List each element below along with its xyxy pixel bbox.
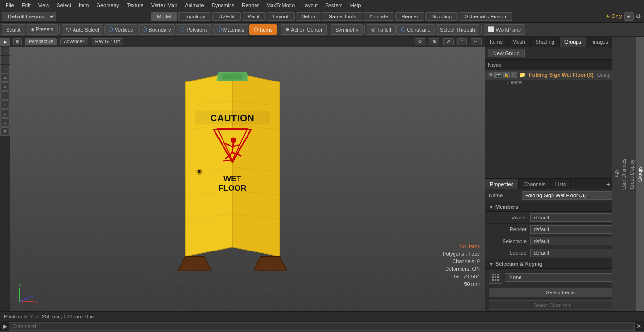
- layout-tab-paint[interactable]: Paint: [242, 12, 266, 21]
- left-tool-8[interactable]: C: [0, 109, 10, 118]
- vp-fit-btn[interactable]: □: [457, 38, 467, 45]
- layout-tab-model[interactable]: Model: [151, 12, 177, 21]
- group-icon[interactable]: ⊞: [511, 72, 517, 78]
- menu-vertex-map[interactable]: Vertex Map: [148, 0, 182, 10]
- layout-tab-animate[interactable]: Animate: [363, 12, 394, 21]
- command-expand-icon[interactable]: ▶: [3, 323, 7, 330]
- layout-tab-scripting[interactable]: Scripting: [425, 12, 458, 21]
- vtab-groups[interactable]: Groups: [636, 37, 644, 311]
- menu-file[interactable]: File: [2, 0, 18, 10]
- layout-tab-uvedit[interactable]: UVEdit: [212, 12, 240, 21]
- menu-texture[interactable]: Texture: [123, 0, 148, 10]
- sculpt-button[interactable]: Sculpt: [2, 24, 25, 35]
- layout-tab-layout[interactable]: Layout: [267, 12, 295, 21]
- auto-select-button[interactable]: 🛡 Auto Select: [62, 24, 103, 35]
- vp-advanced-btn[interactable]: Advanced: [60, 38, 88, 45]
- menu-geometry[interactable]: Geometry: [92, 0, 123, 10]
- menu-view[interactable]: View: [34, 0, 53, 10]
- menu-dynamics[interactable]: Dynamics: [208, 0, 238, 10]
- polygons-button[interactable]: ⬡ Polygons: [176, 24, 212, 35]
- props-tab-lists[interactable]: Lists: [551, 179, 571, 189]
- menu-layout[interactable]: Layout: [298, 0, 322, 10]
- vp-pan-btn[interactable]: ⊕: [429, 38, 439, 45]
- sel-keying-arrow-icon: ▼: [489, 261, 494, 267]
- vp-zoom-btn[interactable]: ⤢: [443, 38, 454, 45]
- boundary-button[interactable]: ⬡ Boundary: [138, 24, 175, 35]
- render-icon[interactable]: 📷: [495, 72, 502, 78]
- rp-tab-mesh[interactable]: Mesh ...: [508, 37, 531, 47]
- menu-maxtomodo[interactable]: MaxToModo: [263, 0, 298, 10]
- rp-tab-items[interactable]: Items: [485, 37, 508, 47]
- command-clear-icon[interactable]: ✕: [636, 323, 641, 330]
- locked-label: Locked: [489, 250, 527, 256]
- main-area: ▶ D D D M V E P C U F ⊞ Perspective Adva…: [0, 37, 644, 311]
- layout-tab-schematic[interactable]: Schematic Fusion: [459, 12, 512, 21]
- symmetry-button[interactable]: Symmetry: [331, 24, 363, 35]
- settings-icon[interactable]: ⚙: [636, 13, 641, 20]
- select-through-button[interactable]: Select Through: [436, 24, 479, 35]
- left-tool-9[interactable]: U: [0, 118, 10, 127]
- materials-button[interactable]: ⬡ Materials: [213, 24, 249, 35]
- vp-raygl-btn[interactable]: Ray GL: Off: [92, 38, 124, 45]
- visible-label: Visible: [489, 215, 527, 220]
- vtab-user-channels[interactable]: User Channels: [620, 37, 628, 311]
- props-tab-channels[interactable]: Channels: [519, 179, 550, 189]
- add-layout-button[interactable]: +: [624, 12, 634, 21]
- menu-edit[interactable]: Edit: [18, 0, 34, 10]
- left-tool-toggle[interactable]: ▶: [0, 38, 10, 46]
- new-group-button[interactable]: New Group: [488, 49, 525, 57]
- viewport[interactable]: ⊞ Perspective Advanced Ray GL: Off ⟳ ⊕ ⤢…: [10, 37, 485, 311]
- items-button[interactable]: ⬡ Items: [249, 24, 277, 35]
- visibility-icon[interactable]: 👁: [488, 72, 495, 78]
- props-tab-properties[interactable]: Properties: [485, 179, 519, 189]
- left-tool-10[interactable]: F: [0, 127, 10, 136]
- menu-animate[interactable]: Animate: [181, 0, 207, 10]
- vp-more-btn[interactable]: ⋯: [471, 38, 482, 45]
- vp-perspective-btn[interactable]: Perspective: [25, 38, 57, 45]
- menu-item[interactable]: Item: [75, 0, 92, 10]
- lock-icon[interactable]: 🔒: [503, 72, 510, 78]
- left-tool-2[interactable]: D: [0, 56, 10, 64]
- constraints-button[interactable]: ⬡ Constrai...: [396, 24, 435, 35]
- menu-help[interactable]: Help: [347, 0, 365, 10]
- svg-text:X: X: [35, 300, 38, 305]
- menu-system[interactable]: System: [322, 0, 347, 10]
- left-tool-3[interactable]: D: [0, 65, 10, 73]
- rp-tab-groups[interactable]: Groups: [560, 37, 586, 47]
- vtab-tags[interactable]: Tags: [612, 37, 620, 311]
- vp-orbit-btn[interactable]: ⟳: [415, 38, 425, 45]
- menu-select[interactable]: Select: [53, 0, 75, 10]
- svg-rect-53: [495, 279, 496, 281]
- action-center-button[interactable]: ⊕ Action Center: [281, 24, 327, 35]
- falloff-button[interactable]: ◎ Falloff: [367, 24, 396, 35]
- layout-tab-gametools[interactable]: Game Tools: [322, 12, 362, 21]
- star-only-button[interactable]: ★ Only: [605, 13, 622, 19]
- layout-tab-render[interactable]: Render: [395, 12, 424, 21]
- select-items-button[interactable]: Select Items: [489, 288, 632, 297]
- sel-keying-label: Selection & Keying: [495, 261, 543, 267]
- menu-render[interactable]: Render: [238, 0, 263, 10]
- svg-rect-49: [492, 276, 494, 278]
- menu-bar: File Edit View Select Item Geometry Text…: [0, 0, 644, 10]
- layout-dropdown[interactable]: Default Layouts: [2, 12, 56, 21]
- vertices-button[interactable]: ⬡ Vertices: [104, 24, 137, 35]
- layout-tab-topology[interactable]: Topology: [178, 12, 211, 21]
- layout-tab-setup[interactable]: Setup: [296, 12, 322, 21]
- workplane-button[interactable]: ⬜ WorkPlane: [484, 24, 526, 35]
- command-input[interactable]: [9, 322, 635, 331]
- svg-line-8: [58, 221, 105, 311]
- left-tool-7[interactable]: P: [0, 100, 10, 109]
- rp-tab-shading[interactable]: Shading: [531, 37, 560, 47]
- presets-button[interactable]: ⊞ Presets: [26, 24, 58, 35]
- viewport-canvas[interactable]: CAUTION: [10, 47, 485, 311]
- keying-grid-icon[interactable]: [489, 271, 502, 284]
- left-tool-4[interactable]: M: [0, 73, 10, 82]
- left-tool-6[interactable]: E: [0, 91, 10, 100]
- vtab-group-display[interactable]: Group Display: [628, 37, 636, 311]
- vp-options-btn[interactable]: ⊞: [13, 38, 22, 45]
- left-tool-5[interactable]: V: [0, 82, 10, 91]
- svg-text:Y: Y: [18, 283, 21, 288]
- left-tool-1[interactable]: D: [0, 47, 10, 55]
- rp-tab-images[interactable]: Images: [586, 37, 613, 47]
- presets-label: ⊞ Presets: [30, 26, 53, 32]
